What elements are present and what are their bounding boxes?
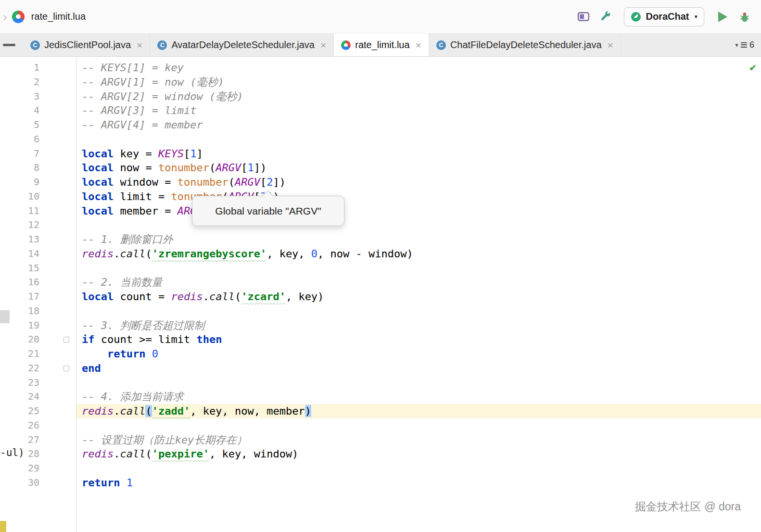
code-line[interactable]: 3-- ARGV[2] = window (毫秒) (0, 89, 761, 104)
run-configuration-select[interactable]: DoraChat ▾ (624, 7, 704, 26)
line-number[interactable]: 15 (0, 261, 39, 276)
code-line[interactable]: 21 return 0 (0, 347, 761, 361)
debug-button[interactable] (736, 8, 753, 25)
line-number[interactable]: 4 (0, 103, 39, 118)
code-line[interactable]: 16-- 2. 当前数量 (0, 275, 761, 290)
code-line[interactable]: 24-- 4. 添加当前请求 (0, 390, 761, 404)
line-number[interactable]: 29 (0, 461, 39, 476)
code-text[interactable]: -- 3. 判断是否超过限制 (76, 318, 761, 333)
code-text[interactable]: -- ARGV[4] = member (76, 118, 761, 132)
line-number[interactable]: 27 (0, 433, 39, 447)
code-line[interactable]: 1-- KEYS[1] = key (0, 61, 761, 75)
line-number[interactable]: 10 (0, 190, 39, 204)
code-line[interactable]: 25redis.call('zadd', key, now, member) (0, 404, 761, 418)
code-text[interactable]: local member = ARGV[4] (76, 204, 761, 218)
code-line[interactable]: 9local window = tonumber(ARGV[2]) (0, 175, 761, 190)
line-number[interactable]: 23 (0, 376, 39, 390)
code-line[interactable]: 8local now = tonumber(ARGV[1]) (0, 161, 761, 175)
code-text[interactable]: local key = KEYS[1] (76, 147, 761, 161)
code-line[interactable]: 7local key = KEYS[1] (0, 147, 761, 161)
line-number[interactable]: 24 (0, 390, 39, 404)
line-number[interactable]: 30 (0, 476, 39, 490)
code-line[interactable]: 28redis.call('pexpire', key, window) (0, 447, 761, 461)
code-text[interactable] (76, 376, 761, 390)
line-number[interactable]: 16 (0, 275, 39, 290)
close-icon[interactable]: × (320, 39, 326, 51)
code-line[interactable]: 30return 1 (0, 476, 761, 490)
code-line[interactable]: 6 (0, 132, 761, 147)
code-text[interactable]: -- ARGV[3] = limit (76, 103, 761, 118)
code-text[interactable]: local window = tonumber(ARGV[2]) (76, 175, 761, 190)
line-number[interactable]: 20 (0, 332, 39, 347)
code-line[interactable]: 22end (0, 361, 761, 376)
code-line[interactable]: 11local member = ARGV[4] (0, 204, 761, 218)
line-number[interactable]: 14 (0, 247, 39, 261)
line-number[interactable]: 21 (0, 347, 39, 361)
tab-avatardelaydeletescheduler[interactable]: C AvatarDelayDeleteScheduler.java × (150, 34, 334, 56)
line-number[interactable]: 12 (0, 218, 39, 232)
close-icon[interactable]: × (608, 39, 613, 51)
code-text[interactable]: return 0 (76, 347, 761, 361)
code-text[interactable]: if count >= limit then (76, 332, 761, 347)
line-number[interactable]: 9 (0, 175, 39, 190)
fold-marker-icon[interactable] (39, 361, 76, 376)
line-number[interactable]: 5 (0, 118, 39, 132)
code-line[interactable]: 19-- 3. 判断是否超过限制 (0, 318, 761, 333)
code-text[interactable] (76, 261, 761, 276)
code-text[interactable]: return 1 (76, 476, 761, 490)
line-number[interactable]: 17 (0, 290, 39, 304)
code-text[interactable] (76, 461, 761, 476)
fold-marker-icon[interactable] (39, 332, 76, 347)
code-line[interactable]: 29 (0, 461, 761, 476)
code-text[interactable]: -- 2. 当前数量 (76, 275, 761, 290)
code-text[interactable]: redis.call('pexpire', key, window) (76, 447, 761, 461)
code-line[interactable]: 15 (0, 261, 761, 276)
code-text[interactable] (76, 132, 761, 147)
code-editor[interactable]: 1-- KEYS[1] = key2-- ARGV[1] = now (毫秒)3… (0, 57, 761, 532)
code-line[interactable]: 14redis.call('zremrangebyscore', key, 0,… (0, 247, 761, 261)
left-panel-scrollbar-thumb[interactable] (0, 310, 10, 323)
code-text[interactable]: -- ARGV[2] = window (毫秒) (76, 89, 761, 104)
code-text[interactable]: -- 1. 删除窗口外 (76, 232, 761, 247)
inspections-ok-icon[interactable]: ✔✔ (750, 61, 757, 73)
code-line[interactable]: 23 (0, 376, 761, 390)
line-number[interactable]: 1 (0, 61, 39, 75)
tab-rate-limit-lua[interactable]: rate_limit.lua × (334, 34, 429, 56)
code-line[interactable]: 10local limit = tonumber(ARGV[3]) (0, 190, 761, 204)
breadcrumb-file-title[interactable]: rate_limit.lua (31, 11, 86, 22)
hidden-tabs-dropdown[interactable]: ▾ ≡ 6 (728, 34, 761, 56)
line-number[interactable]: 6 (0, 132, 39, 147)
line-number[interactable]: 13 (0, 232, 39, 247)
code-line[interactable]: 26 (0, 418, 761, 433)
code-line[interactable]: 17local count = redis.call('zcard', key) (0, 290, 761, 304)
code-line[interactable]: 18 (0, 304, 761, 318)
code-line[interactable]: 20if count >= limit then (0, 332, 761, 347)
code-line[interactable]: 2-- ARGV[1] = now (毫秒) (0, 75, 761, 89)
code-text[interactable]: -- 4. 添加当前请求 (76, 390, 761, 404)
line-number[interactable]: 8 (0, 161, 39, 175)
tab-jedisclientpool[interactable]: C JedisClientPool.java × (23, 34, 150, 56)
line-number[interactable]: 3 (0, 89, 39, 104)
close-icon[interactable]: × (137, 39, 142, 51)
run-button[interactable] (714, 8, 731, 25)
code-line[interactable]: 5-- ARGV[4] = member (0, 118, 761, 132)
code-line[interactable]: 27-- 设置过期（防止key长期存在） (0, 433, 761, 447)
code-text[interactable]: end (76, 361, 761, 376)
code-text[interactable]: -- KEYS[1] = key (76, 61, 761, 75)
line-number[interactable]: 25 (0, 404, 39, 418)
code-text[interactable]: local count = redis.call('zcard', key) (76, 290, 761, 304)
code-text[interactable]: -- ARGV[1] = now (毫秒) (76, 75, 761, 89)
line-number[interactable]: 11 (0, 204, 39, 218)
code-text[interactable] (76, 304, 761, 318)
code-text[interactable]: local now = tonumber(ARGV[1]) (76, 161, 761, 175)
line-number[interactable]: 2 (0, 75, 39, 89)
code-text[interactable]: local limit = tonumber(ARGV[3]) (76, 190, 761, 204)
preview-window-icon[interactable] (575, 8, 592, 25)
build-wrench-icon[interactable] (597, 8, 614, 25)
line-number[interactable]: 22 (0, 361, 39, 376)
code-line[interactable]: 12 (0, 218, 761, 232)
code-text[interactable] (76, 218, 761, 232)
code-text[interactable] (76, 418, 761, 433)
line-number[interactable]: 7 (0, 147, 39, 161)
collapsed-panel-dash-icon[interactable] (3, 44, 15, 46)
